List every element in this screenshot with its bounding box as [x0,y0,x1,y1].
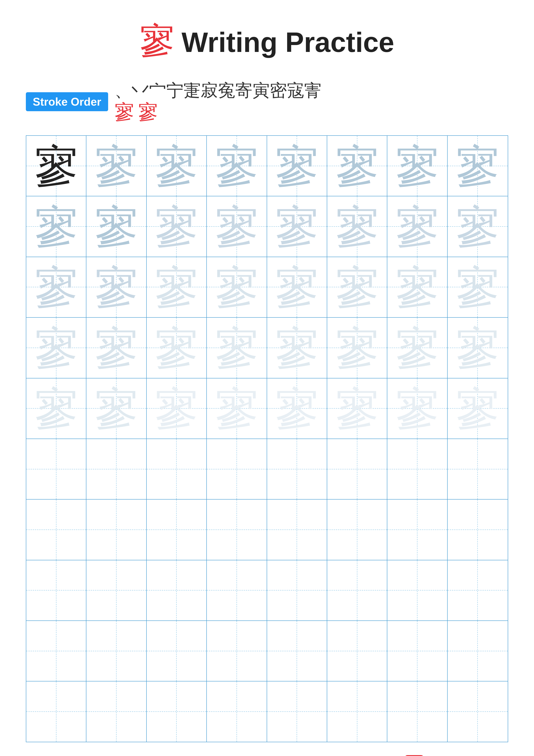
grid-cell-8-4[interactable] [267,621,327,681]
grid-cell-5-4[interactable] [267,439,327,499]
grid-cell-3-1[interactable]: 寥 [87,318,146,378]
grid-cell-4-1[interactable]: 寥 [87,378,146,439]
grid-cell-0-3[interactable]: 寥 [207,136,267,196]
cell-char: 寥 [35,205,78,248]
grid-cell-5-7[interactable] [447,439,508,499]
grid-cell-9-4[interactable] [267,682,327,742]
grid-cell-2-2[interactable]: 寥 [147,257,207,317]
stroke-char-10: 密 [270,81,287,100]
grid-cell-1-4[interactable]: 寥 [267,196,327,256]
grid-cell-2-1[interactable]: 寥 [87,257,146,317]
cell-char: 寥 [95,326,138,369]
grid-cell-0-4[interactable]: 寥 [267,136,327,196]
grid-cell-9-7[interactable] [447,682,508,742]
grid-cell-3-5[interactable]: 寥 [327,318,387,378]
grid-cell-6-6[interactable] [387,500,447,560]
grid-cell-7-6[interactable] [387,560,447,620]
grid-cell-4-2[interactable]: 寥 [147,378,207,439]
grid-cell-8-3[interactable] [207,621,267,681]
grid-cell-1-7[interactable]: 寥 [447,196,508,256]
grid-cell-2-6[interactable]: 寥 [387,257,447,317]
grid-cell-8-1[interactable] [87,621,146,681]
grid-cell-8-6[interactable] [387,621,447,681]
cell-char: 寥 [95,145,138,187]
cell-char: 寥 [95,265,138,309]
grid-cell-7-5[interactable] [327,560,387,620]
grid-cell-0-2[interactable]: 寥 [147,136,207,196]
grid-cell-1-5[interactable]: 寥 [327,196,387,256]
grid-cell-2-7[interactable]: 寥 [447,257,508,317]
grid-cell-6-7[interactable] [447,500,508,560]
grid-cell-9-0[interactable] [26,682,87,742]
grid-cell-1-2[interactable]: 寥 [147,196,207,256]
cell-char: 寥 [275,387,318,430]
grid-cell-1-3[interactable]: 寥 [207,196,267,256]
grid-cell-0-7[interactable]: 寥 [447,136,508,196]
grid-cell-8-5[interactable] [327,621,387,681]
grid-cell-5-0[interactable] [26,439,87,499]
grid-cell-7-1[interactable] [87,560,146,620]
grid-cell-6-1[interactable] [87,500,146,560]
grid-cell-3-3[interactable]: 寥 [207,318,267,378]
grid-cell-9-5[interactable] [327,682,387,742]
grid-cell-6-2[interactable] [147,500,207,560]
grid-row-7 [26,560,508,621]
grid-cell-9-2[interactable] [147,682,207,742]
grid-cell-2-5[interactable]: 寥 [327,257,387,317]
grid-cell-8-2[interactable] [147,621,207,681]
grid-cell-7-0[interactable] [26,560,87,620]
grid-cell-6-3[interactable] [207,500,267,560]
grid-cell-9-3[interactable] [207,682,267,742]
grid-cell-7-4[interactable] [267,560,327,620]
grid-cell-4-5[interactable]: 寥 [327,378,387,439]
grid-cell-4-7[interactable]: 寥 [447,378,508,439]
grid-cell-3-6[interactable]: 寥 [387,318,447,378]
grid-cell-5-2[interactable] [147,439,207,499]
grid-cell-5-5[interactable] [327,439,387,499]
grid-cell-4-0[interactable]: 寥 [26,378,87,439]
grid-cell-9-6[interactable] [387,682,447,742]
grid-cell-3-7[interactable]: 寥 [447,318,508,378]
grid-cell-0-5[interactable]: 寥 [327,136,387,196]
grid-cell-0-0[interactable]: 寥 [26,136,87,196]
grid-cell-7-3[interactable] [207,560,267,620]
grid-row-6 [26,500,508,560]
stroke-char-11: 寇 [287,81,304,100]
grid-cell-5-6[interactable] [387,439,447,499]
grid-cell-1-1[interactable]: 寥 [87,196,146,256]
grid-cell-5-1[interactable] [87,439,146,499]
grid-cell-2-4[interactable]: 寥 [267,257,327,317]
grid-cell-0-6[interactable]: 寥 [387,136,447,196]
grid-cell-6-4[interactable] [267,500,327,560]
grid-cell-0-1[interactable]: 寥 [87,136,146,196]
grid-cell-3-2[interactable]: 寥 [147,318,207,378]
grid-cell-1-6[interactable]: 寥 [387,196,447,256]
grid-cell-5-3[interactable] [207,439,267,499]
grid-cell-4-4[interactable]: 寥 [267,378,327,439]
grid-cell-6-5[interactable] [327,500,387,560]
grid-cell-6-0[interactable] [26,500,87,560]
grid-cell-8-7[interactable] [447,621,508,681]
cell-char: 寥 [35,145,78,187]
grid-cell-2-0[interactable]: 寥 [26,257,87,317]
grid-cell-8-0[interactable] [26,621,87,681]
cell-char: 寥 [396,205,439,248]
cell-char: 寥 [35,265,78,309]
stroke-char-5: 寁 [184,81,201,100]
grid-cell-1-0[interactable]: 寥 [26,196,87,256]
stroke-char-3: 宀 [149,81,166,100]
stroke-order-badge: Stroke Order [26,92,108,111]
practice-grid: 寥寥寥寥寥寥寥寥寥寥寥寥寥寥寥寥寥寥寥寥寥寥寥寥寥寥寥寥寥寥寥寥寥寥寥寥寥寥寥寥 [26,135,508,742]
grid-row-4: 寥寥寥寥寥寥寥寥 [26,378,508,439]
grid-cell-3-0[interactable]: 寥 [26,318,87,378]
grid-cell-9-1[interactable] [87,682,146,742]
cell-char: 寥 [456,387,499,430]
footer-logo: 字 StrokeOrder [405,755,508,756]
stroke-sequence-row2: 寥 寥 [114,101,508,122]
grid-cell-7-2[interactable] [147,560,207,620]
grid-cell-4-6[interactable]: 寥 [387,378,447,439]
grid-cell-2-3[interactable]: 寥 [207,257,267,317]
grid-cell-3-4[interactable]: 寥 [267,318,327,378]
grid-cell-7-7[interactable] [447,560,508,620]
grid-cell-4-3[interactable]: 寥 [207,378,267,439]
